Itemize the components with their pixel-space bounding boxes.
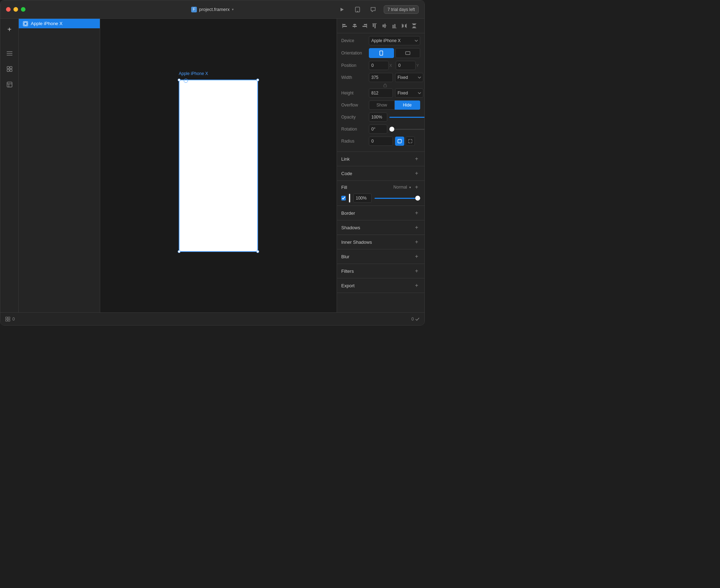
handle-bottom-left[interactable] [178, 250, 181, 253]
opacity-label: Opacity [341, 115, 366, 120]
svg-rect-20 [373, 24, 374, 27]
frame-count: 0 [12, 317, 15, 322]
link-label: Link [341, 156, 413, 162]
svg-rect-27 [394, 24, 395, 28]
fill-opacity-slider[interactable] [375, 198, 420, 199]
titlebar-actions: 7 trial days left [337, 5, 419, 15]
svg-rect-6 [10, 67, 12, 69]
fill-opacity-input[interactable] [353, 194, 372, 203]
svg-rect-11 [343, 24, 345, 25]
inner-shadows-add-icon[interactable]: + [413, 238, 420, 246]
align-left-button[interactable] [341, 22, 349, 30]
menu-icon[interactable] [3, 47, 16, 60]
shadows-section-header[interactable]: Shadows + [337, 220, 424, 235]
height-constraint-select[interactable]: Fixed Stretch [395, 88, 423, 98]
border-section-header[interactable]: Border + [337, 206, 424, 220]
height-input[interactable] [369, 88, 393, 98]
device-frame[interactable] [179, 80, 258, 252]
play-button[interactable] [337, 5, 347, 15]
portrait-button[interactable] [369, 48, 394, 58]
link-section-header[interactable]: Link + [337, 152, 424, 166]
code-add-icon[interactable]: + [413, 170, 420, 177]
filters-add-icon[interactable]: + [413, 267, 420, 275]
width-input[interactable] [369, 73, 393, 82]
close-button[interactable] [6, 7, 11, 12]
trial-badge[interactable]: 7 trial days left [384, 5, 419, 14]
code-section-header[interactable]: Code + [337, 166, 424, 181]
checkmark-icon [415, 317, 419, 321]
filters-section-header[interactable]: Filters + [337, 264, 424, 278]
code-label: Code [341, 171, 413, 176]
opacity-slider[interactable] [389, 117, 424, 118]
maximize-button[interactable] [21, 7, 25, 12]
svg-rect-29 [402, 24, 404, 27]
shadows-add-icon[interactable]: + [413, 224, 420, 231]
overflow-show-button[interactable]: Show [369, 100, 395, 110]
svg-rect-38 [406, 52, 410, 55]
landscape-button[interactable] [395, 48, 421, 58]
status-counter: 0 [411, 317, 414, 322]
svg-rect-41 [6, 317, 7, 319]
fill-add-icon[interactable]: + [413, 184, 420, 191]
overflow-hide-button[interactable]: Hide [395, 100, 420, 110]
fill-checkbox[interactable] [341, 196, 346, 201]
frame-count-icon [5, 317, 10, 322]
device-select[interactable]: Apple iPhone X [369, 36, 420, 45]
svg-rect-12 [343, 26, 347, 27]
align-right-button[interactable] [360, 22, 369, 30]
blur-label: Blur [341, 254, 413, 259]
svg-rect-43 [6, 319, 7, 321]
svg-rect-8 [10, 69, 12, 71]
export-add-icon[interactable]: + [413, 282, 420, 289]
distribute-h-button[interactable] [400, 22, 408, 30]
border-add-icon[interactable]: + [413, 209, 420, 217]
width-constraint-select[interactable]: Fixed Stretch [395, 73, 423, 82]
svg-rect-18 [362, 26, 367, 27]
comment-button[interactable] [368, 5, 378, 15]
device-preview-button[interactable] [353, 5, 362, 15]
align-center-h-button[interactable] [350, 22, 359, 30]
chevron-down-icon: ▾ [232, 7, 234, 11]
fill-section: Fill Normal ▾ + [337, 181, 424, 206]
minimize-button[interactable] [13, 7, 18, 12]
radius-input[interactable] [369, 137, 393, 146]
radius-group [395, 137, 415, 146]
statusbar-left: 0 [5, 317, 15, 322]
position-y-input[interactable] [396, 61, 416, 70]
orientation-label: Orientation [341, 51, 366, 56]
inner-shadows-section-header[interactable]: Inner Shadows + [337, 235, 424, 249]
handle-top-right[interactable] [256, 79, 259, 81]
align-bottom-button[interactable] [390, 22, 399, 30]
properties-section: Device Apple iPhone X Orientation [337, 33, 424, 152]
export-section-header[interactable]: Export + [337, 278, 424, 293]
rotation-slider[interactable] [389, 129, 424, 130]
lock-icon[interactable] [383, 83, 388, 88]
add-button[interactable]: + [3, 23, 16, 36]
height-label: Height [341, 91, 366, 96]
opacity-input[interactable] [369, 113, 387, 122]
position-x-wrapper: X [369, 61, 394, 70]
handle-top-left[interactable] [178, 79, 181, 81]
layers-icon[interactable] [3, 63, 16, 75]
uniform-radius-button[interactable] [395, 137, 404, 146]
layer-item-iphone[interactable]: Apple iPhone X [19, 19, 100, 28]
handle-bottom-right[interactable] [256, 250, 259, 253]
align-center-v-button[interactable] [380, 22, 389, 30]
link-add-icon[interactable]: + [413, 155, 420, 162]
blur-add-icon[interactable]: + [413, 253, 420, 260]
rotation-handle[interactable] [184, 79, 188, 83]
x-axis-label: X [389, 63, 394, 68]
distribute-v-button[interactable] [410, 22, 418, 30]
statusbar: 0 0 [0, 312, 424, 325]
assets-icon[interactable] [3, 78, 16, 91]
position-x-input[interactable] [369, 61, 389, 70]
individual-radius-button[interactable] [406, 137, 415, 146]
canvas[interactable]: Apple iPhone X [100, 19, 337, 312]
blur-section-header[interactable]: Blur + [337, 249, 424, 264]
device-row: Device Apple iPhone X [341, 36, 420, 45]
rotation-input[interactable] [369, 125, 387, 134]
fill-color-swatch[interactable] [349, 194, 350, 203]
rotation-row: Rotation [341, 125, 420, 134]
project-title[interactable]: project.framerx [199, 7, 230, 12]
align-top-button[interactable] [370, 22, 379, 30]
